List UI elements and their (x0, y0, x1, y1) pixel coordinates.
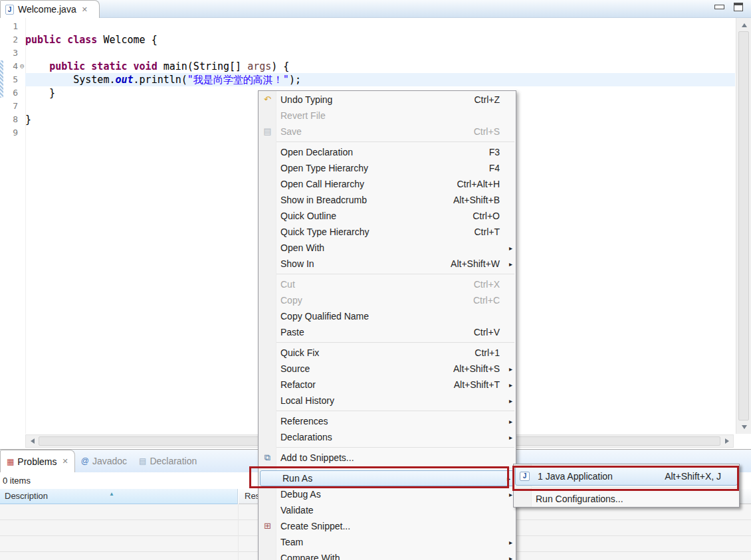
menu-item-label: Show In (280, 258, 451, 269)
menu-item-label: Local History (280, 395, 500, 406)
menu-item-run-configurations[interactable]: Run Configurations... (514, 489, 739, 508)
menu-item-quick-outline[interactable]: Quick OutlineCtrl+O (259, 208, 516, 224)
menu-item-source[interactable]: SourceAlt+Shift+S▸ (259, 361, 516, 377)
code-token: "我是尚学堂的高淇！" (187, 74, 289, 86)
menu-item-shortcut: Ctrl+X (474, 279, 500, 290)
menu-item-debug-as[interactable]: Debug As▸ (259, 486, 516, 502)
tab-close-icon[interactable]: ✕ (62, 457, 68, 466)
menu-item-compare-with[interactable]: Compare With▸ (259, 550, 516, 560)
menu-item-team[interactable]: Team▸ (259, 534, 516, 550)
line-number: 2 (0, 33, 19, 47)
menu-item-label: Copy Qualified Name (280, 311, 500, 322)
menu-item-local-history[interactable]: Local History▸ (259, 393, 516, 409)
gutter: 1234⊖56789 (0, 20, 19, 140)
line-number-text: 3 (13, 48, 18, 58)
menu-separator (264, 274, 514, 274)
tab-declaration[interactable]: ▤Declaration (133, 450, 203, 472)
menu-item-show-in[interactable]: Show InAlt+Shift+W▸ (259, 256, 516, 272)
column-divider (238, 504, 239, 560)
menu-item-shortcut: Alt+Shift+S (453, 363, 500, 374)
code-token: Welcome { (97, 34, 157, 46)
menu-item-open-with[interactable]: Open With▸ (259, 240, 516, 256)
code-line[interactable]: public static void main(String[] args) { (25, 60, 735, 73)
menu-item-label: Validate (280, 505, 500, 515)
java-file-icon: J (5, 5, 14, 15)
menu-item-label: Run Configurations... (536, 494, 723, 504)
tab-problems[interactable]: ▦Problems✕ (0, 450, 75, 472)
submenu-arrow-icon: ▸ (506, 434, 512, 441)
code-token: static (91, 60, 127, 72)
menu-item-shortcut: Ctrl+S (474, 126, 500, 137)
menu-item-shortcut: Alt+Shift+W (451, 258, 500, 269)
vertical-scroll-thumb[interactable] (738, 31, 749, 420)
editor-tab-title: Welcome.java (18, 4, 76, 15)
menu-item-label: Quick Outline (280, 211, 473, 221)
menu-item-label: Add to Snippets... (280, 452, 500, 463)
menu-item-open-type-hierarchy[interactable]: Open Type HierarchyF4 (259, 160, 516, 176)
submenu-arrow-icon: ▸ (506, 555, 512, 560)
line-number: 4⊖ (0, 60, 19, 73)
code-line[interactable] (25, 20, 735, 33)
editor-tab-welcome-java[interactable]: J Welcome.java ✕ (0, 0, 100, 18)
code-token: class (67, 34, 97, 46)
menu-item-refactor[interactable]: RefactorAlt+Shift+T▸ (259, 377, 516, 393)
menu-item-show-in-breadcrumb[interactable]: Show in BreadcrumbAlt+Shift+B (259, 192, 516, 208)
fold-collapse-icon[interactable]: ⊖ (20, 60, 25, 73)
annotation-box-java-application (512, 466, 739, 491)
menu-item-open-declaration[interactable]: Open DeclarationF3 (259, 144, 516, 160)
submenu-arrow-icon: ▸ (506, 365, 512, 373)
code-token: main(String[] (158, 60, 247, 72)
menu-item-quick-type-hierarchy[interactable]: Quick Type HierarchyCtrl+T (259, 224, 516, 240)
menu-separator (264, 447, 514, 448)
line-number: 7 (0, 100, 19, 113)
code-token: .println( (134, 74, 187, 86)
code-line[interactable] (25, 47, 735, 60)
menu-item-label: Debug As (280, 489, 500, 500)
add-to-snippets-icon: ⧉ (259, 453, 276, 462)
submenu-arrow-icon: ▸ (506, 539, 512, 546)
scroll-left-icon[interactable] (27, 435, 38, 447)
code-token: } (25, 87, 55, 99)
menu-item-paste[interactable]: PasteCtrl+V (259, 324, 516, 340)
menu-item-undo-typing[interactable]: ↶Undo TypingCtrl+Z (259, 92, 516, 108)
menu-item-references[interactable]: References▸ (259, 413, 516, 429)
menu-item-create-snippet[interactable]: ⊞Create Snippet... (259, 518, 516, 534)
menu-item-label: Paste (280, 327, 474, 337)
menu-separator (264, 342, 514, 343)
menu-separator (264, 141, 514, 142)
submenu-arrow-icon: ▸ (506, 418, 512, 425)
menu-item-label: Open With (280, 242, 500, 253)
scroll-up-icon[interactable] (736, 19, 751, 31)
menu-item-copy: CopyCtrl+C (259, 292, 516, 308)
code-token: public (49, 60, 85, 72)
menu-item-shortcut: Ctrl+V (474, 327, 500, 337)
menu-item-open-call-hierarchy[interactable]: Open Call HierarchyCtrl+Alt+H (259, 176, 516, 192)
menu-item-label: Copy (280, 295, 473, 306)
menu-item-declarations[interactable]: Declarations▸ (259, 429, 516, 445)
menu-item-validate[interactable]: Validate (259, 502, 516, 518)
code-token: args (247, 60, 271, 72)
menu-item-add-to-snippets[interactable]: ⧉Add to Snippets... (259, 450, 516, 466)
tab-javadoc[interactable]: @Javadoc (75, 450, 133, 472)
tab-label: Javadoc (92, 456, 127, 466)
code-token (25, 60, 49, 72)
menu-item-quick-fix[interactable]: Quick FixCtrl+1 (259, 345, 516, 361)
line-number-text: 5 (13, 74, 18, 84)
tab-close-icon[interactable]: ✕ (82, 5, 88, 14)
line-number-text: 9 (13, 128, 18, 138)
minimize-view-icon[interactable] (714, 5, 724, 9)
maximize-view-icon[interactable] (734, 3, 743, 11)
code-line[interactable]: System.out.println("我是尚学堂的高淇！"); (25, 73, 735, 86)
line-number-text: 1 (13, 21, 18, 31)
code-line[interactable]: public class Welcome { (25, 33, 735, 47)
scroll-down-icon[interactable] (736, 421, 751, 432)
menu-item-label: Declarations (280, 432, 500, 442)
editor-vertical-scrollbar[interactable] (736, 18, 751, 434)
column-header-description[interactable]: Description ▲ (0, 489, 238, 504)
menu-item-label: References (280, 416, 500, 426)
menu-item-shortcut: Ctrl+Alt+H (457, 179, 500, 189)
scroll-right-icon[interactable] (721, 435, 732, 447)
code-token: } (25, 114, 31, 126)
menu-item-copy-qualified-name[interactable]: Copy Qualified Name (259, 308, 516, 324)
menu-item-save: ▤SaveCtrl+S (259, 124, 516, 140)
